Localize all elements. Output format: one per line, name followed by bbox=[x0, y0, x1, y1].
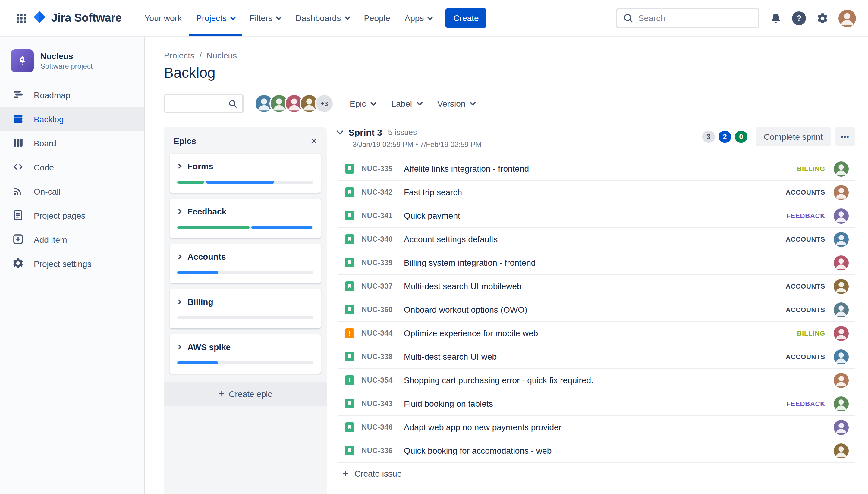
assignee-avatar[interactable] bbox=[834, 255, 849, 270]
nav-label: Filters bbox=[250, 13, 273, 23]
nav-people[interactable]: People bbox=[356, 0, 397, 36]
chevron-right-icon[interactable] bbox=[177, 299, 182, 305]
epic-filter-dropdown[interactable]: Epic bbox=[350, 99, 375, 109]
top-navigation-bar: Jira Software Your work Projects Filters… bbox=[0, 0, 868, 36]
epic-progress-bar bbox=[177, 361, 313, 364]
backlog-search-input[interactable] bbox=[170, 99, 228, 109]
issue-row[interactable]: NUC-339 Billing system integration - fro… bbox=[337, 251, 855, 275]
epic-label: ACCOUNTS bbox=[786, 283, 825, 290]
issue-row[interactable]: NUC-340 Account settings defaults ACCOUN… bbox=[337, 228, 855, 251]
sidebar-item-project-settings[interactable]: Project settings bbox=[0, 252, 144, 276]
page-title: Backlog bbox=[164, 64, 855, 81]
version-filter-dropdown[interactable]: Version bbox=[437, 99, 475, 109]
assignee-avatar[interactable] bbox=[834, 326, 849, 341]
sidebar-item-board[interactable]: Board bbox=[0, 131, 144, 155]
issue-summary: Multi-dest search UI web bbox=[404, 352, 497, 361]
epic-card-billing[interactable]: Billing bbox=[170, 289, 321, 328]
inprogress-count-badge: 2 bbox=[719, 131, 731, 143]
assignee-avatar[interactable] bbox=[834, 185, 849, 200]
chevron-down-icon bbox=[276, 14, 282, 20]
issue-summary: Fluid booking on tablets bbox=[404, 399, 493, 408]
global-search-input[interactable] bbox=[638, 13, 753, 23]
sidebar-item-on-call[interactable]: On-call bbox=[0, 179, 144, 204]
issue-row[interactable]: NUC-354 Shopping cart purchasing error -… bbox=[337, 369, 855, 392]
nav-apps[interactable]: Apps bbox=[398, 0, 440, 36]
assignee-avatar[interactable] bbox=[834, 443, 849, 458]
issue-row[interactable]: NUC-335 Affelite links integration - fro… bbox=[337, 157, 855, 181]
create-epic-button[interactable]: + Create epic bbox=[164, 382, 327, 406]
chevron-right-icon[interactable] bbox=[177, 209, 182, 214]
assignee-avatar[interactable] bbox=[834, 208, 849, 223]
epic-progress-bar bbox=[177, 226, 313, 229]
create-issue-button[interactable]: + Create issue bbox=[337, 469, 855, 478]
issue-type-icon bbox=[345, 399, 354, 408]
help-icon[interactable]: ? bbox=[792, 11, 806, 25]
nav-dashboards[interactable]: Dashboards bbox=[288, 0, 356, 36]
label-filter-dropdown[interactable]: Label bbox=[391, 99, 422, 109]
assignee-avatar[interactable] bbox=[834, 349, 849, 364]
chevron-right-icon[interactable] bbox=[177, 254, 182, 259]
sprint-section: Sprint 3 5 issues 3/Jan/19 02:59 PM • 7/… bbox=[337, 127, 855, 494]
assignee-avatar[interactable] bbox=[834, 420, 849, 435]
issue-row[interactable]: NUC-337 Multi-dest search UI mobileweb A… bbox=[337, 275, 855, 298]
issue-meta: ACCOUNTS bbox=[786, 302, 849, 317]
chevron-right-icon[interactable] bbox=[177, 164, 182, 169]
create-epic-label: Create epic bbox=[229, 389, 272, 399]
issue-row[interactable]: NUC-338 Multi-dest search UI web ACCOUNT… bbox=[337, 345, 855, 369]
epic-card-aws-spike[interactable]: AWS spike bbox=[170, 334, 321, 374]
issue-row[interactable]: NUC-360 Onboard workout options (OWO) AC… bbox=[337, 298, 855, 322]
nav-filters[interactable]: Filters bbox=[242, 0, 288, 36]
epic-card-feedback[interactable]: Feedback bbox=[170, 199, 321, 238]
nav-projects[interactable]: Projects bbox=[189, 0, 242, 36]
complete-sprint-button[interactable]: Complete sprint bbox=[756, 127, 831, 146]
sidebar-item-roadmap[interactable]: Roadmap bbox=[0, 83, 144, 107]
close-icon[interactable]: × bbox=[311, 136, 317, 146]
epic-card-accounts[interactable]: Accounts bbox=[170, 244, 321, 283]
issue-row[interactable]: NUC-336 Quick booking for accomodations … bbox=[337, 439, 855, 463]
settings-gear-icon[interactable] bbox=[814, 10, 830, 26]
issue-row[interactable]: NUC-344 Optimize experience for mobile w… bbox=[337, 322, 855, 345]
epic-card-forms[interactable]: Forms bbox=[170, 154, 321, 193]
notifications-bell-icon[interactable] bbox=[768, 10, 783, 26]
issue-key: NUC-340 bbox=[362, 235, 396, 243]
add-item-icon bbox=[12, 233, 24, 247]
sprint-more-actions-button[interactable]: ••• bbox=[835, 127, 855, 146]
breadcrumb-nucleus-link[interactable]: Nucleus bbox=[206, 51, 237, 60]
assignee-avatar[interactable] bbox=[834, 396, 849, 411]
assignee-avatar[interactable] bbox=[834, 302, 849, 317]
jira-logo-icon bbox=[33, 10, 47, 26]
breadcrumb-projects-link[interactable]: Projects bbox=[164, 51, 195, 60]
plus-icon: + bbox=[219, 388, 224, 399]
assignee-avatar[interactable] bbox=[834, 161, 849, 176]
assignee-avatar[interactable] bbox=[834, 373, 849, 388]
progress-done-segment bbox=[177, 226, 250, 229]
issue-row[interactable]: NUC-341 Quick payment FEEDBACK bbox=[337, 204, 855, 228]
sprint-collapse-chevron-icon[interactable] bbox=[337, 128, 344, 135]
issue-row[interactable]: NUC-346 Adapt web app no new payments pr… bbox=[337, 416, 855, 439]
create-button[interactable]: Create bbox=[445, 8, 486, 28]
user-avatar[interactable] bbox=[838, 10, 856, 27]
progress-inprogress-segment bbox=[177, 271, 218, 274]
issue-row[interactable]: NUC-342 Fast trip search ACCOUNTS bbox=[337, 181, 855, 204]
backlog-search[interactable] bbox=[164, 94, 243, 113]
epic-progress-bar bbox=[177, 271, 313, 274]
epics-panel-title: Epics bbox=[173, 136, 196, 146]
nav-your-work[interactable]: Your work bbox=[137, 0, 189, 36]
issue-type-icon bbox=[345, 164, 354, 173]
sidebar-item-code[interactable]: Code bbox=[0, 155, 144, 179]
chevron-right-icon[interactable] bbox=[177, 345, 182, 350]
sidebar-item-backlog[interactable]: Backlog bbox=[0, 107, 144, 131]
assignee-avatar[interactable] bbox=[834, 279, 849, 294]
dropdown-label: Label bbox=[391, 99, 412, 109]
sprint-name[interactable]: Sprint 3 bbox=[348, 127, 382, 137]
global-search[interactable] bbox=[616, 8, 759, 28]
app-switcher-icon[interactable] bbox=[12, 9, 30, 27]
issue-row[interactable]: NUC-343 Fluid booking on tablets FEEDBAC… bbox=[337, 392, 855, 416]
avatar-overflow-badge[interactable]: +3 bbox=[315, 94, 334, 113]
sidebar-item-project-pages[interactable]: Project pages bbox=[0, 204, 144, 228]
jira-logo[interactable]: Jira Software bbox=[33, 10, 122, 26]
sidebar-item-add-item[interactable]: Add item bbox=[0, 228, 144, 252]
assignee-avatar[interactable] bbox=[834, 232, 849, 247]
nav-label: Projects bbox=[196, 13, 227, 23]
chevron-down-icon bbox=[417, 99, 423, 106]
